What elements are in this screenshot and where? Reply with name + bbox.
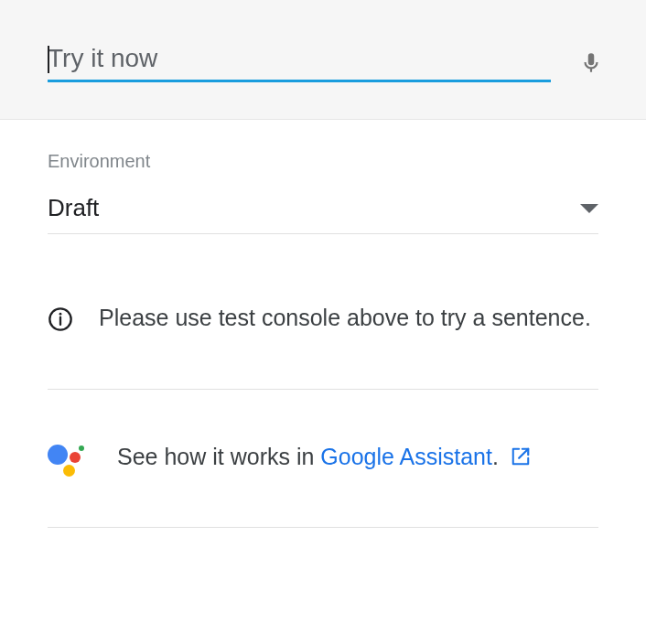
assistant-link-block: See how it works in Google Assistant. xyxy=(48,390,598,528)
environment-label: Environment xyxy=(48,151,598,172)
assistant-link[interactable]: Google Assistant xyxy=(320,444,492,469)
content-area: Environment Draft Please use test consol… xyxy=(0,120,646,528)
google-assistant-icon xyxy=(48,439,86,478)
environment-value: Draft xyxy=(48,194,99,222)
assistant-suffix: . xyxy=(492,444,499,469)
environment-select[interactable]: Draft xyxy=(48,194,598,234)
info-message-text: Please use test console above to try a s… xyxy=(99,305,591,330)
assistant-prefix: See how it works in xyxy=(117,444,320,469)
try-input-wrap xyxy=(48,44,551,82)
external-link-icon xyxy=(511,445,531,472)
info-message-block: Please use test console above to try a s… xyxy=(48,300,598,390)
try-input[interactable] xyxy=(48,44,551,82)
info-icon xyxy=(48,302,73,338)
text-caret xyxy=(48,46,49,73)
svg-point-2 xyxy=(59,313,62,316)
mic-button[interactable] xyxy=(573,47,609,80)
test-console-bar xyxy=(0,0,646,120)
assistant-text: See how it works in Google Assistant. xyxy=(117,444,531,472)
chevron-down-icon xyxy=(580,204,598,213)
mic-icon xyxy=(579,47,603,80)
input-underline xyxy=(48,80,551,82)
